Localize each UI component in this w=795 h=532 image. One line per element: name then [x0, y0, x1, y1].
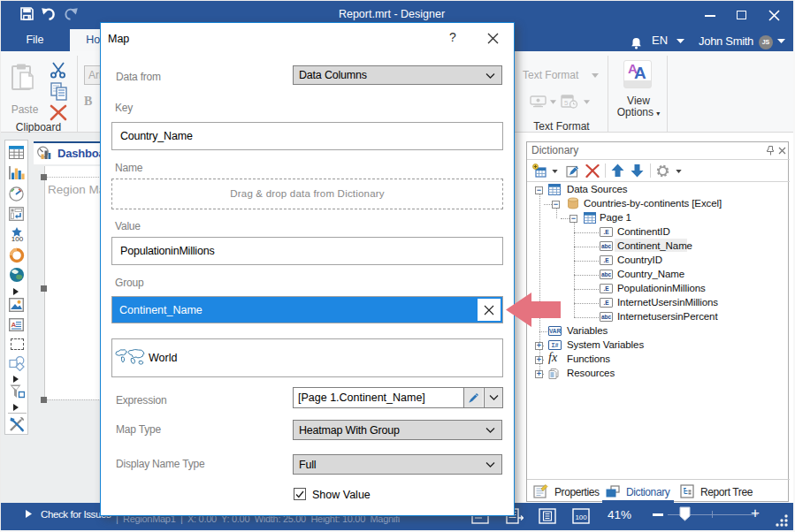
- svg-text:100: 100: [575, 513, 587, 521]
- svg-text:5: 5: [564, 99, 569, 107]
- svg-text:A: A: [11, 321, 17, 329]
